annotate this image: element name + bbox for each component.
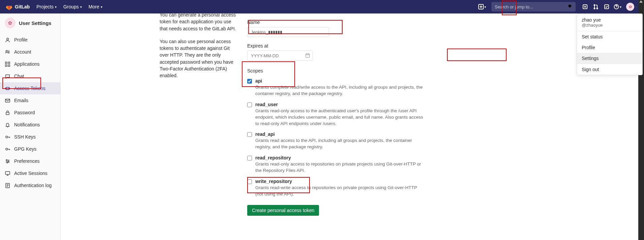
name-label: Name (247, 20, 543, 25)
menu-profile[interactable]: Profile (577, 42, 642, 53)
search-icon (568, 4, 572, 9)
sidebar-header: ✿ User Settings (0, 13, 60, 34)
avatar-icon: ✿ (5, 18, 15, 28)
tanuki-icon (5, 3, 13, 10)
svg-rect-26 (5, 171, 9, 174)
sidebar-item-applications[interactable]: Applications (0, 58, 60, 70)
sidebar-item-preferences[interactable]: Preferences (0, 155, 60, 167)
sidebar-item-active-sessions[interactable]: Active Sessions (0, 167, 60, 179)
avatar-icon: ✿ (626, 3, 634, 11)
scope-read-repository: read_repository Grants read-only access … (247, 155, 543, 174)
settings-sidebar: ✿ User Settings Profile Account Applicat… (0, 13, 61, 240)
monitor-icon (5, 171, 10, 176)
expires-label: Expires at (247, 43, 543, 49)
svg-point-10 (8, 51, 9, 51)
sidebar-item-auth-log[interactable]: Authentication log (0, 179, 60, 191)
user-avatar-dropdown[interactable]: ✿ ▾ (625, 2, 639, 11)
scope-read-user: read_user Grants read-only access to the… (247, 102, 543, 127)
new-dropdown[interactable]: ▾ (477, 4, 487, 9)
lock-icon (5, 110, 10, 115)
calendar-icon (305, 53, 310, 58)
user-display-name: zhao yue (582, 17, 638, 23)
svg-point-21 (5, 136, 7, 138)
sidebar-title: User Settings (19, 20, 52, 26)
svg-point-23 (6, 159, 7, 160)
svg-rect-14 (5, 65, 7, 66)
help-dropdown[interactable]: ▾ (612, 4, 623, 9)
svg-point-18 (8, 88, 9, 89)
scope-read-repository-checkbox[interactable] (247, 156, 252, 160)
plus-square-icon (478, 4, 484, 9)
sidebar-item-notifications[interactable]: Notifications (0, 119, 60, 131)
scope-write-repository-checkbox[interactable] (247, 179, 252, 184)
log-icon (5, 183, 10, 188)
key-icon (5, 146, 10, 152)
search-placeholder: Search or jump to... (495, 4, 533, 9)
issues-icon[interactable] (580, 4, 590, 9)
chevron-down-icon: ▾ (620, 5, 621, 9)
nav-more[interactable]: More▾ (89, 4, 102, 9)
svg-rect-13 (8, 62, 10, 63)
token-icon (5, 86, 10, 91)
chevron-down-icon: ▾ (636, 5, 637, 9)
menu-set-status[interactable]: Set status (577, 31, 642, 42)
merge-requests-icon[interactable] (590, 4, 601, 9)
sidebar-item-account[interactable]: Account (0, 46, 60, 58)
sidebar-item-gpg-keys[interactable]: GPG Keys (0, 143, 60, 155)
scope-read-user-checkbox[interactable] (247, 102, 252, 107)
nav-projects[interactable]: Projects▾ (36, 4, 57, 9)
chevron-down-icon: ▾ (484, 5, 486, 9)
svg-point-8 (6, 38, 8, 40)
global-search[interactable]: Search or jump to... (491, 2, 576, 11)
todos-icon[interactable] (601, 4, 612, 9)
sidebar-item-emails[interactable]: Emails (0, 94, 60, 107)
menu-sign-out[interactable]: Sign out (577, 64, 642, 75)
scope-read-api-checkbox[interactable] (247, 132, 252, 137)
sidebar-item-access-tokens[interactable]: Access Tokens (0, 82, 60, 94)
chevron-down-icon: ▾ (55, 5, 57, 9)
svg-point-17 (6, 88, 6, 89)
chevron-down-icon: ▾ (80, 5, 82, 9)
intro-paragraph-2: You can also use personal access tokens … (160, 38, 239, 79)
scope-api: api Grants complete read/write access to… (247, 78, 543, 97)
token-name-input[interactable] (247, 27, 329, 37)
preferences-icon (5, 158, 10, 164)
intro-paragraph-1: You can generate a personal access token… (160, 13, 239, 32)
apps-icon (5, 61, 10, 67)
svg-rect-28 (306, 54, 310, 57)
nav-groups[interactable]: Groups▾ (63, 4, 82, 9)
sidebar-item-profile[interactable]: Profile (0, 34, 60, 46)
account-icon (5, 49, 10, 55)
bell-icon (5, 122, 10, 127)
main-content: You can generate a personal access token… (61, 13, 644, 240)
key-icon (5, 134, 10, 140)
sidebar-item-ssh-keys[interactable]: SSH Keys (0, 131, 60, 143)
profile-icon (5, 37, 10, 42)
svg-point-9 (6, 50, 7, 52)
svg-rect-12 (5, 62, 7, 63)
svg-point-1 (569, 5, 571, 7)
user-dropdown-header: zhao yue @zhaoyue (577, 14, 642, 31)
brand-text: GitLab (15, 4, 30, 9)
create-token-button[interactable]: Create personal access token (247, 205, 319, 216)
user-dropdown-menu: zhao yue @zhaoyue Set status Profile Set… (577, 13, 643, 75)
svg-point-11 (8, 52, 9, 53)
scopes-label: Scopes (247, 68, 543, 73)
scope-api-checkbox[interactable] (247, 79, 252, 84)
scope-read-api: read_api Grants read access to the API, … (247, 131, 543, 150)
user-handle: @zhaoyue (582, 23, 638, 28)
svg-rect-20 (6, 112, 9, 115)
menu-settings[interactable]: Settings (577, 53, 642, 64)
mail-icon (5, 98, 10, 103)
expires-input[interactable] (247, 51, 313, 61)
chat-icon (5, 73, 10, 79)
svg-rect-15 (8, 65, 10, 66)
sidebar-item-password[interactable]: Password (0, 107, 60, 119)
gitlab-logo[interactable]: GitLab (5, 3, 30, 10)
scope-write-repository: write_repository Grants read-write acces… (247, 179, 543, 198)
svg-point-24 (8, 161, 9, 162)
top-navbar: GitLab Projects▾ Groups▾ More▾ ▾ Search … (0, 0, 644, 13)
sidebar-item-chat[interactable]: Chat (0, 70, 60, 82)
intro-column: You can generate a personal access token… (160, 13, 247, 240)
svg-point-22 (5, 148, 7, 150)
